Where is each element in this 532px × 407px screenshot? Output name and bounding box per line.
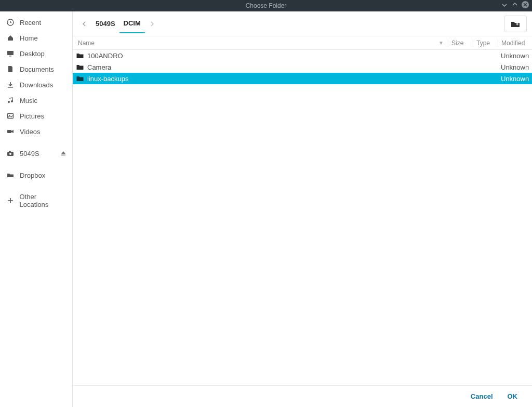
svg-rect-2 [9,56,11,57]
sidebar-item-dropbox[interactable]: Dropbox [0,167,72,183]
picture-icon [6,112,15,120]
sidebar-item-music[interactable]: Music [0,93,72,108]
new-folder-button[interactable] [504,16,527,32]
window-controls [501,1,529,8]
svg-rect-11 [9,151,11,152]
folder-row[interactable]: Camera Unknown [73,61,532,73]
sidebar-item-label: Recent [20,19,41,27]
column-name[interactable]: Name ▼ [73,40,448,47]
folder-modified: Unknown [498,63,532,71]
nav-back-button[interactable] [78,17,90,31]
sidebar-item-documents[interactable]: Documents [0,61,72,77]
maximize-icon[interactable] [511,1,518,8]
sidebar: Recent Home Desktop Documents Downloads [0,11,73,407]
folder-modified: Unknown [498,52,532,60]
breadcrumb-item-active[interactable]: DCIM [119,14,145,33]
column-modified[interactable]: Modified [498,40,532,47]
music-icon [6,96,15,104]
column-name-label: Name [78,40,95,47]
sidebar-item-pictures[interactable]: Pictures [0,108,72,124]
file-list: 100ANDRO Unknown Camera Unknown linux-ba… [73,50,532,385]
folder-name: 100ANDRO [87,52,448,60]
breadcrumb: 5049S DCIM [91,14,145,33]
download-icon [6,81,15,89]
svg-point-10 [9,153,11,155]
sidebar-separator [0,161,72,167]
ok-button[interactable]: OK [508,392,518,400]
folder-name: linux-backups [87,75,448,83]
desktop-icon [6,49,15,58]
home-icon [6,34,15,42]
sidebar-item-label: Other Locations [20,193,66,208]
column-size[interactable]: Size [448,40,473,47]
breadcrumb-item[interactable]: 5049S [91,15,119,33]
sidebar-item-other-locations[interactable]: Other Locations [0,189,72,212]
clock-icon [6,18,15,27]
sidebar-item-label: Downloads [20,81,53,89]
folder-icon [76,51,84,60]
folder-icon [76,63,84,71]
sidebar-item-downloads[interactable]: Downloads [0,77,72,93]
sidebar-item-home[interactable]: Home [0,30,72,46]
content: Recent Home Desktop Documents Downloads [0,11,532,407]
svg-rect-14 [517,22,517,25]
sidebar-item-label: Desktop [20,50,45,58]
main-panel: 5049S DCIM Name ▼ Size Type Modified [73,11,532,407]
svg-point-5 [11,100,13,102]
sidebar-item-label: Dropbox [20,172,45,179]
folder-name: Camera [87,63,448,71]
titlebar: Choose Folder [0,0,532,11]
svg-rect-8 [7,130,11,133]
svg-point-4 [8,101,10,103]
sidebar-item-label: Pictures [20,112,44,120]
column-type[interactable]: Type [473,40,498,47]
column-headers: Name ▼ Size Type Modified [73,36,532,50]
nav-forward-button[interactable] [146,17,158,31]
svg-rect-12 [61,155,65,156]
svg-rect-3 [8,87,13,88]
sidebar-item-device-5049s[interactable]: 5049S [0,146,72,161]
camera-icon [6,149,15,157]
sidebar-item-videos[interactable]: Videos [0,124,72,139]
folder-modified: Unknown [498,75,532,83]
sidebar-item-label: Music [20,97,37,104]
sidebar-item-label: Documents [20,65,54,73]
sidebar-item-desktop[interactable]: Desktop [0,46,72,61]
video-icon [6,127,15,136]
sidebar-item-label: 5049S [20,150,39,157]
folder-icon [6,171,15,179]
plus-icon [6,196,15,205]
document-icon [6,65,15,73]
sidebar-item-label: Videos [20,128,41,136]
sidebar-separator [0,139,72,146]
pathbar: 5049S DCIM [73,11,532,36]
close-icon[interactable] [522,1,529,8]
folder-icon [76,74,84,83]
folder-row-selected[interactable]: linux-backups Unknown [73,73,532,84]
sidebar-item-label: Home [20,34,38,42]
dialog-footer: Cancel OK [73,385,532,407]
svg-rect-1 [7,51,14,55]
sidebar-separator [0,183,72,189]
window-title: Choose Folder [246,2,287,9]
new-folder-icon [511,20,520,28]
eject-icon[interactable] [61,151,66,156]
cancel-button[interactable]: Cancel [471,392,493,400]
sort-indicator-icon: ▼ [438,40,448,46]
sidebar-item-recent[interactable]: Recent [0,15,72,30]
minimize-icon[interactable] [501,1,508,8]
folder-row[interactable]: 100ANDRO Unknown [73,50,532,61]
